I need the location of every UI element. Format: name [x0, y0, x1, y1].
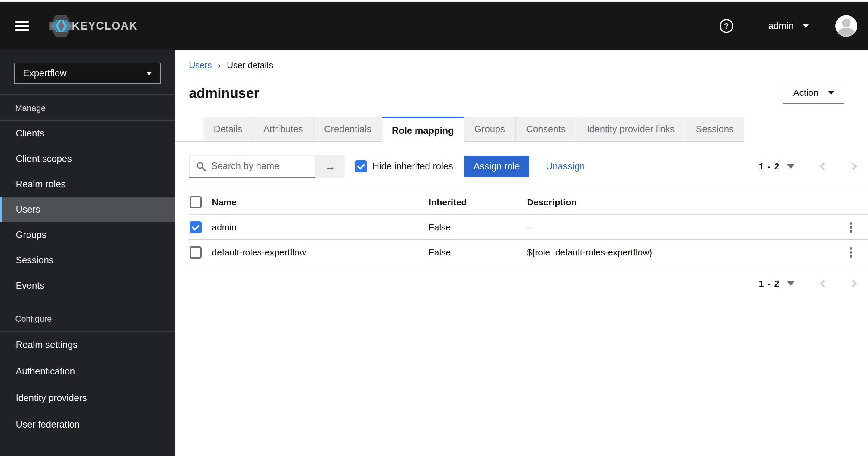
table-header-row: Name Inherited Description — [189, 190, 868, 215]
pagination-prev-icon[interactable] — [820, 280, 827, 287]
tab-identity-provider-links[interactable]: Identity provider links — [576, 117, 685, 141]
sidebar-item-realm-settings[interactable]: Realm settings — [0, 332, 175, 358]
description-cell: ${role_default-roles-expertflow} — [527, 247, 834, 258]
pagination-next-icon[interactable] — [849, 163, 857, 170]
breadcrumb: Users › User details — [189, 60, 868, 71]
nav-section-manage: Manage — [0, 95, 175, 120]
sidebar-item-users[interactable]: Users — [0, 197, 175, 222]
nav-toggle-hamburger-icon[interactable] — [15, 21, 29, 31]
column-header-description: Description — [527, 197, 834, 207]
pagination-prev-icon[interactable] — [820, 163, 827, 170]
user-menu[interactable]: admin — [768, 21, 809, 31]
masthead: KEYCLOAK ? admin — [0, 2, 868, 50]
inherited-cell: False — [429, 222, 527, 232]
inherited-cell: False — [429, 247, 527, 258]
pagination-options-caret-icon[interactable] — [787, 164, 794, 169]
role-name-cell: default-roles-expertflow — [207, 247, 429, 258]
breadcrumb-separator-icon: › — [218, 60, 221, 70]
sidebar-item-user-federation[interactable]: User federation — [0, 411, 175, 438]
sidebar-item-events[interactable]: Events — [0, 273, 175, 298]
search-input[interactable] — [189, 155, 315, 177]
tab-attributes[interactable]: Attributes — [253, 117, 313, 141]
sidebar-item-groups[interactable]: Groups — [0, 222, 175, 248]
realm-selector[interactable]: Expertflow — [14, 63, 161, 84]
chevron-down-icon — [803, 24, 809, 28]
pagination-next-icon[interactable] — [849, 280, 857, 287]
role-mapping-table: Name Inherited Description admin False –… — [189, 190, 868, 265]
pagination-top: 1 - 2 — [759, 161, 856, 172]
table-row: default-roles-expertflow False ${role_de… — [189, 240, 868, 265]
arrow-right-icon: → — [324, 160, 336, 173]
chevron-down-icon — [828, 91, 834, 94]
pagination-options-caret-icon[interactable] — [787, 281, 794, 286]
hide-inherited-group: Hide inherited roles — [355, 160, 453, 172]
breadcrumb-current: User details — [227, 60, 273, 70]
nav-section-configure: Configure — [0, 298, 175, 331]
tab-sessions[interactable]: Sessions — [685, 117, 744, 141]
search-submit-button[interactable]: → — [316, 155, 345, 178]
search-icon — [197, 162, 206, 171]
role-name-cell: admin — [207, 222, 429, 232]
pagination-range: 1 - 2 — [759, 161, 780, 172]
avatar[interactable] — [835, 15, 857, 37]
tab-consents[interactable]: Consents — [515, 117, 576, 141]
sidebar: Expertflow Manage Clients Client scopes … — [0, 50, 175, 456]
row-checkbox[interactable] — [189, 247, 202, 258]
unassign-button[interactable]: Unassign — [546, 161, 585, 172]
table-row: admin False – — [189, 215, 868, 240]
sidebar-item-realm-roles[interactable]: Realm roles — [0, 172, 175, 197]
sidebar-item-sessions[interactable]: Sessions — [0, 248, 175, 273]
row-kebab-menu-icon[interactable] — [847, 245, 855, 260]
assign-role-button[interactable]: Assign role — [464, 155, 529, 177]
help-icon[interactable]: ? — [719, 19, 734, 33]
page-title: adminuser — [189, 85, 259, 101]
tab-bar: Details Attributes Credentials Role mapp… — [175, 118, 744, 142]
hide-inherited-checkbox[interactable] — [355, 160, 367, 172]
tab-details[interactable]: Details — [204, 117, 253, 141]
sidebar-item-identity-providers[interactable]: Identity providers — [0, 385, 175, 411]
pagination-range: 1 - 2 — [759, 279, 780, 289]
keycloak-logo-icon — [48, 13, 74, 39]
brand-name: KEYCLOAK — [72, 20, 137, 32]
keycloak-admin-console: KEYCLOAK ? admin Expertflow Manage Clien… — [0, 0, 868, 456]
realm-name: Expertflow — [23, 68, 67, 79]
column-header-name: Name — [207, 197, 429, 207]
sidebar-item-client-scopes[interactable]: Client scopes — [0, 146, 175, 172]
column-header-inherited: Inherited — [429, 197, 527, 207]
action-dropdown-button[interactable]: Action — [783, 82, 844, 104]
sidebar-item-authentication[interactable]: Authentication — [0, 358, 175, 385]
sidebar-item-clients[interactable]: Clients — [0, 121, 175, 146]
username-label: admin — [768, 21, 794, 31]
masthead-right: ? admin — [719, 15, 868, 37]
tab-credentials[interactable]: Credentials — [313, 117, 382, 141]
tab-role-mapping[interactable]: Role mapping — [382, 117, 464, 143]
select-all-checkbox[interactable] — [189, 196, 202, 208]
row-checkbox[interactable] — [189, 221, 202, 233]
role-toolbar: → Hide inherited roles Assign role Unass… — [189, 154, 868, 178]
tab-groups[interactable]: Groups — [464, 117, 515, 141]
breadcrumb-users-link[interactable]: Users — [189, 60, 212, 70]
pagination-bottom: 1 - 2 — [759, 279, 856, 289]
hide-inherited-label[interactable]: Hide inherited roles — [372, 161, 453, 172]
row-kebab-menu-icon[interactable] — [847, 220, 855, 235]
description-cell: – — [527, 222, 834, 232]
action-label: Action — [793, 88, 818, 98]
keycloak-logo: KEYCLOAK — [48, 13, 137, 39]
chevron-down-icon — [146, 72, 152, 75]
main-content: Users › User details adminuser Action De… — [175, 50, 868, 456]
search-group: → — [189, 155, 345, 178]
